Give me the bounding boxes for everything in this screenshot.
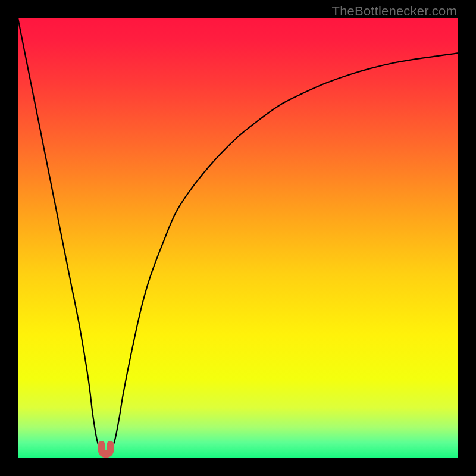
plot-frame (18, 18, 458, 458)
bottleneck-chart (18, 18, 458, 458)
gradient-background (18, 18, 458, 458)
watermark-text: TheBottlenecker.com (332, 4, 457, 19)
